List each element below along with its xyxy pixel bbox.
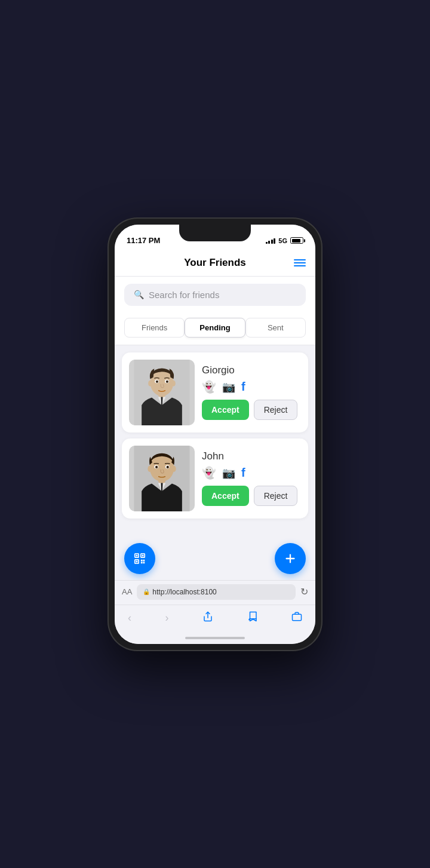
browser-nav: ‹ › [115,605,315,632]
friend-card-giorgio: Giorgio 👻 📷 f Accept Reject [122,352,308,433]
back-button[interactable]: ‹ [124,611,135,625]
svg-rect-29 [293,614,302,621]
social-icons-john: 👻 📷 f [202,466,245,480]
tabs-button[interactable] [288,610,306,626]
network-type: 5G [278,237,287,244]
signal-icon [266,238,276,244]
svg-point-7 [148,380,152,386]
qr-icon [133,552,146,565]
search-icon: 🔍 [134,290,144,299]
qr-code-button[interactable] [124,543,155,574]
social-icons-giorgio: 👻 📷 f [202,380,245,394]
facebook-icon-giorgio[interactable]: f [241,380,245,394]
search-input[interactable]: Search for friends [149,290,219,300]
svg-rect-27 [143,562,145,563]
browser-bar: AA 🔒 http://localhost:8100 ↻ [115,580,315,605]
facebook-icon-john[interactable]: f [241,466,245,480]
browser-url-container[interactable]: 🔒 http://localhost:8100 [137,584,296,600]
forward-button[interactable]: › [162,611,173,625]
browser-url: http://localhost:8100 [152,588,216,596]
browser-aa[interactable]: AA [122,587,132,596]
accept-button-john[interactable]: Accept [202,486,249,506]
tab-sent[interactable]: Sent [245,318,306,338]
svg-point-5 [156,380,158,382]
bottom-actions [115,537,315,580]
bookmarks-button[interactable] [244,610,262,626]
friend-info-giorgio: Giorgio 👻 📷 f Accept Reject [202,364,301,420]
action-buttons-giorgio: Accept Reject [202,400,297,420]
svg-rect-24 [141,559,143,561]
status-icons: 5G [266,237,303,244]
home-indicator [115,632,315,644]
friend-card-john: John 👻 📷 f Accept Reject [122,438,308,519]
reject-button-giorgio[interactable]: Reject [254,400,298,420]
svg-rect-21 [142,554,144,556]
action-buttons-john: Accept Reject [202,486,297,506]
status-time: 11:17 PM [127,236,160,245]
instagram-icon-giorgio[interactable]: 📷 [222,381,235,394]
snapchat-icon-giorgio[interactable]: 👻 [202,380,216,394]
svg-point-14 [155,465,158,468]
search-bar[interactable]: 🔍 Search for friends [124,284,306,306]
friend-info-john: John 👻 📷 f Accept Reject [202,450,301,506]
instagram-icon-john[interactable]: 📷 [222,467,235,480]
accept-button-giorgio[interactable]: Accept [202,400,249,420]
page-title: Your Friends [184,257,246,269]
svg-point-17 [172,465,176,471]
app-header: Your Friends [115,251,315,277]
tab-friends[interactable]: Friends [124,318,185,338]
tabs-container: Friends Pending Sent [115,313,315,345]
svg-rect-25 [143,559,145,561]
svg-rect-19 [136,554,138,556]
avatar-giorgio [129,360,195,425]
search-container: 🔍 Search for friends [115,277,315,313]
friend-name-giorgio: Giorgio [202,364,235,376]
reject-button-john[interactable]: Reject [254,486,298,506]
friend-name-john: John [202,450,224,462]
battery-icon [290,237,303,244]
plus-icon [284,552,297,565]
refresh-icon[interactable]: ↻ [300,586,308,597]
add-friend-button[interactable] [275,543,306,574]
menu-button[interactable] [294,259,306,266]
avatar-john [129,446,195,511]
lock-icon: 🔒 [143,588,150,595]
home-bar [185,637,245,639]
snapchat-icon-john[interactable]: 👻 [202,466,216,480]
svg-point-16 [148,465,152,471]
pending-requests-list: Giorgio 👻 📷 f Accept Reject [115,345,315,537]
svg-point-6 [166,380,168,382]
svg-rect-26 [141,562,143,563]
notch [179,225,251,241]
share-button[interactable] [199,610,217,626]
svg-point-8 [171,380,176,386]
tab-pending[interactable]: Pending [185,318,245,338]
main-content: 🔍 Search for friends Friends Pending Sen… [115,277,315,580]
svg-point-15 [167,465,169,468]
svg-rect-23 [136,560,138,562]
